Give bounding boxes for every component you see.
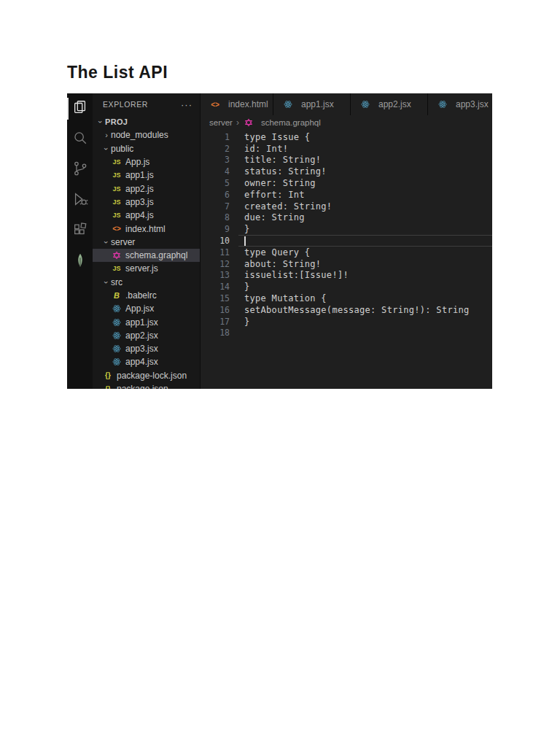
file-tree: ›PROJ›node_modules›publicJSApp.jsJSapp1.…	[93, 115, 200, 389]
activity-item-extensions[interactable]	[67, 216, 93, 247]
tree-item-app1-jsx[interactable]: app1.jsx	[93, 315, 200, 328]
tab-app1-jsx[interactable]: app1.jsx	[273, 93, 351, 115]
tree-item-label: index.html	[125, 224, 166, 234]
activity-item-search[interactable]	[67, 124, 93, 155]
code-text: }	[244, 224, 250, 234]
activity-item-explorer[interactable]	[67, 93, 93, 124]
react-file-icon	[111, 357, 122, 366]
code-line-13[interactable]: 13issuelist:[Issue!]!	[201, 270, 492, 282]
code-text: }	[244, 282, 250, 292]
code-text: due: String	[244, 212, 305, 222]
code-line-11[interactable]: 11type Query {	[201, 247, 492, 258]
code-text: type Issue {	[244, 132, 310, 142]
tree-item-label: App.js	[125, 157, 149, 167]
activity-item-mongodb[interactable]	[67, 247, 93, 277]
tab-label: index.html	[228, 99, 268, 109]
tree-item-label: app4.jsx	[125, 357, 158, 367]
tree-item-schema-graphql[interactable]: schema.graphql	[93, 249, 200, 262]
tree-item-app4-jsx[interactable]: app4.jsx	[93, 355, 200, 368]
tree-item-label: app4.js	[125, 210, 154, 220]
line-number: 2	[201, 144, 230, 154]
tree-item-label: server.js	[125, 263, 158, 274]
text-cursor	[244, 236, 246, 246]
code-line-4[interactable]: 4status: String!	[201, 166, 492, 177]
source-control-icon	[72, 160, 88, 179]
chevron-right-icon: ›	[102, 131, 111, 139]
tree-item-app2-jsx[interactable]: app2.jsx	[93, 329, 200, 342]
line-number: 7	[201, 201, 230, 212]
line-number: 15	[201, 293, 230, 303]
tree-item--babelrc[interactable]: B.babelrc	[93, 289, 200, 302]
tree-item-app3-js[interactable]: JSapp3.js	[93, 196, 200, 209]
tree-item-app-jsx[interactable]: App.jsx	[93, 302, 200, 315]
tab-label: app3.jsx	[456, 99, 489, 109]
tree-item-public[interactable]: ›public	[93, 142, 200, 155]
activity-item-run-debug[interactable]	[67, 185, 93, 216]
tree-item-label: app3.jsx	[125, 344, 158, 354]
tab-index-html[interactable]: <>index.html	[201, 93, 273, 115]
code-line-18[interactable]: 18	[201, 328, 492, 339]
tree-item-label: package-lock.json	[117, 371, 187, 381]
react-file-icon	[282, 100, 294, 109]
code-text: }	[244, 317, 250, 327]
editor-group: <>index.htmlapp1.jsxapp2.jsxapp3.jsx ser…	[201, 93, 492, 389]
tree-item-label: package.json	[117, 384, 168, 389]
code-line-6[interactable]: 6effort: Int	[201, 189, 492, 201]
code-line-3[interactable]: 3title: String!	[201, 155, 492, 166]
extensions-icon	[72, 222, 88, 241]
tree-item-app2-js[interactable]: JSapp2.js	[93, 182, 200, 195]
tree-item-node-modules[interactable]: ›node_modules	[93, 128, 200, 142]
code-line-9[interactable]: 9}	[201, 223, 492, 235]
code-editor[interactable]: 1type Issue {2id: Int!3title: String!4st…	[201, 130, 492, 389]
activity-bar	[67, 93, 93, 389]
tree-item-app3-jsx[interactable]: app3.jsx	[93, 342, 200, 355]
tree-item-server[interactable]: ›server	[93, 236, 200, 249]
tab-label: app1.jsx	[301, 99, 334, 109]
line-number: 16	[201, 305, 230, 315]
code-text: id: Int!	[244, 144, 288, 154]
tab-app3-jsx[interactable]: app3.jsx	[428, 93, 492, 115]
explorer-sidebar: EXPLORER ··· ›PROJ›node_modules›publicJS…	[93, 93, 201, 389]
search-icon	[72, 130, 88, 149]
html-file-icon: <>	[111, 225, 122, 233]
js-file-icon: JS	[111, 212, 122, 219]
tree-item-app4-js[interactable]: JSapp4.js	[93, 209, 200, 222]
tree-item-server-js[interactable]: JSserver.js	[93, 262, 200, 275]
code-line-8[interactable]: 8due: String	[201, 212, 492, 224]
document-page: The List API EXPLORER ··· ›PROJ›node_mod…	[0, 0, 560, 747]
code-text: setAboutMessage(message: String!): Strin…	[244, 305, 470, 315]
babel-file-icon: B	[111, 291, 122, 300]
code-line-15[interactable]: 15type Mutation {	[201, 293, 492, 304]
mongodb-leaf-icon	[72, 252, 88, 271]
code-line-10[interactable]: 10	[201, 235, 492, 247]
tree-item-label: app2.jsx	[125, 330, 158, 341]
breadcrumb: server›schema.graphql	[201, 115, 492, 130]
code-line-2[interactable]: 2id: Int!	[201, 143, 492, 155]
tree-item-label: PROJ	[105, 117, 128, 126]
json-file-icon: {}	[102, 371, 114, 379]
tree-item-package-lock-json[interactable]: {}package-lock.json	[93, 369, 200, 382]
line-number: 17	[201, 317, 230, 327]
code-line-17[interactable]: 17}	[201, 316, 492, 328]
code-line-1[interactable]: 1type Issue {	[201, 131, 492, 143]
tree-item-src[interactable]: ›src	[93, 276, 200, 289]
more-actions-icon[interactable]: ···	[181, 99, 192, 110]
tree-item-app1-js[interactable]: JSapp1.js	[93, 169, 200, 182]
js-file-icon: JS	[111, 265, 122, 272]
code-line-7[interactable]: 7created: String!	[201, 201, 492, 212]
breadcrumb-segment-schema-graphql[interactable]: schema.graphql	[243, 118, 321, 127]
code-line-5[interactable]: 5owner: String	[201, 177, 492, 189]
tree-item-index-html[interactable]: <>index.html	[93, 222, 200, 235]
tree-item-app-js[interactable]: JSApp.js	[93, 155, 200, 169]
graphql-file-icon	[111, 251, 122, 260]
code-line-14[interactable]: 14}	[201, 281, 492, 293]
line-number: 14	[201, 282, 230, 292]
graphql-file-icon	[243, 118, 254, 127]
tree-item-proj[interactable]: ›PROJ	[93, 115, 200, 128]
code-line-12[interactable]: 12about: String!	[201, 258, 492, 270]
activity-item-source-control[interactable]	[67, 155, 93, 185]
tree-item-package-json[interactable]: {}package.json	[93, 382, 200, 389]
code-line-16[interactable]: 16setAboutMessage(message: String!): Str…	[201, 304, 492, 316]
tab-app2-jsx[interactable]: app2.jsx	[351, 93, 428, 115]
breadcrumb-segment-server[interactable]: server	[209, 118, 233, 127]
